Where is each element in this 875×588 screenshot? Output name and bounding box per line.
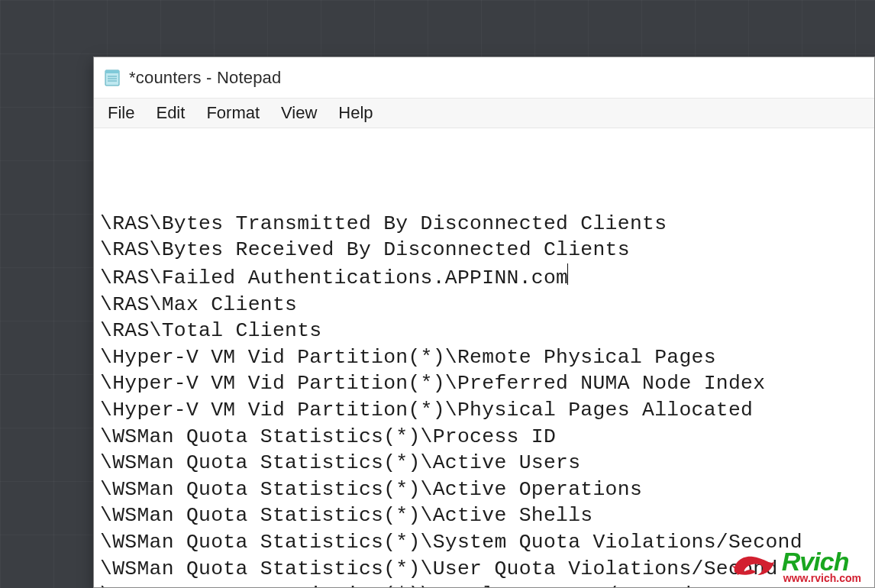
text-line: \WSMan Quota Statistics(*)\Process ID — [100, 424, 868, 451]
menu-view[interactable]: View — [270, 100, 328, 126]
menu-format[interactable]: Format — [195, 100, 270, 126]
text-line: \RAS\Total Clients — [100, 318, 868, 344]
title-bar[interactable]: *counters - Notepad — [94, 57, 874, 99]
svg-rect-1 — [105, 70, 119, 73]
text-line: \RAS\Failed Authentications.APPINN.com — [100, 263, 868, 292]
text-caret — [567, 263, 568, 285]
text-line: \WSMan Quota Statistics(*)\Active Users — [100, 450, 868, 477]
text-line: \RAS\Bytes Received By Disconnected Clie… — [100, 237, 868, 263]
text-line: \WSMan Quota Statistics(*)\Active Shells — [100, 502, 868, 529]
menu-file[interactable]: File — [97, 100, 145, 126]
text-editor[interactable]: \RAS\Bytes Transmitted By Disconnected C… — [94, 128, 874, 587]
text-line: \Hyper-V VM Vid Partition(*)\Preferred N… — [100, 370, 868, 397]
menu-bar: File Edit Format View Help — [94, 99, 874, 128]
text-line: \Hyper-V VM Vid Partition(*)\Remote Phys… — [100, 344, 868, 371]
notepad-window: *counters - Notepad File Edit Format Vie… — [93, 57, 875, 588]
menu-help[interactable]: Help — [328, 100, 383, 126]
text-line: \WSMan Quota Statistics(*)\Active Operat… — [100, 477, 868, 503]
window-title: *counters - Notepad — [129, 68, 281, 88]
text-line: \WSMan Quota Statistics(*)\System Quota … — [100, 529, 868, 556]
notepad-icon — [103, 69, 121, 87]
text-line: \WSMan Quota Statistics(*)\User Quota Vi… — [100, 556, 868, 583]
menu-edit[interactable]: Edit — [145, 100, 195, 126]
text-line: \WSMan Quota Statistics(*)\Total Request… — [100, 582, 868, 587]
text-line: \RAS\Max Clients — [100, 292, 868, 318]
text-line: \RAS\Bytes Transmitted By Disconnected C… — [100, 211, 868, 237]
text-line: \Hyper-V VM Vid Partition(*)\Physical Pa… — [100, 397, 868, 424]
